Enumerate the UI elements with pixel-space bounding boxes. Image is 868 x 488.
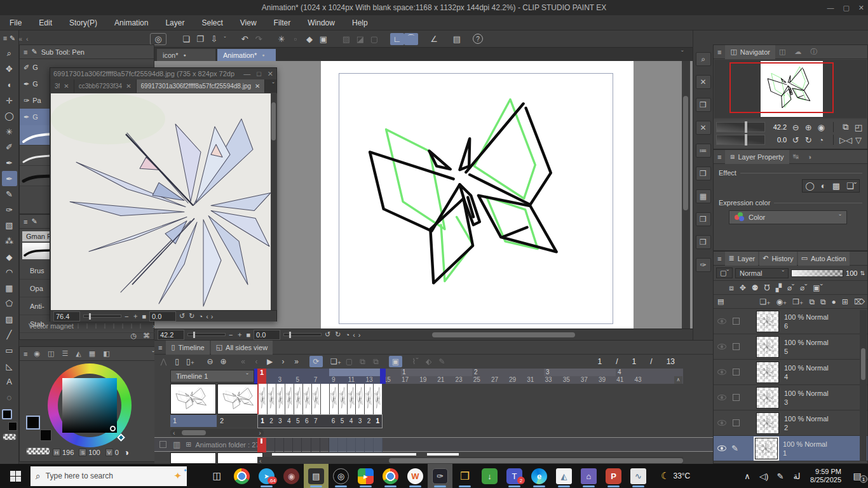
timeline-toolbar-icon[interactable]: ▯ [170,356,184,367]
tray-icon[interactable]: ∧ [739,464,756,488]
cel-frame[interactable] [312,384,321,414]
playhead[interactable]: 1 [257,369,266,384]
layer-action-icon[interactable]: ⌦ [854,297,865,306]
taskbar-app-button[interactable]: ◎ [329,464,353,488]
layer-checkbox[interactable] [733,343,740,350]
layer-visibility-eye-icon[interactable] [717,445,726,451]
rotate-icon[interactable]: ↻ [189,312,194,320]
toolbar-button-icon[interactable]: ◆ [302,33,316,45]
taskbar-app-button[interactable]: ▤ [304,464,329,488]
background-color-swatch[interactable] [8,422,17,431]
palette-menu-icon[interactable]: ≡ [3,34,7,42]
layer-row[interactable]: ✎ 100 % Normal 5 [714,334,867,360]
taskbar-app-button[interactable]: e [527,464,552,488]
image-zoom-value[interactable]: 76.4 [53,311,80,322]
layer-action-icon[interactable]: ❏₊ [759,297,770,306]
color-mode-dial-icon[interactable]: ◑ [124,447,129,458]
layer-action-icon[interactable]: ● [832,297,836,306]
color-panel-tab-icon[interactable]: ◧ [103,349,109,358]
timeline-toolbar-icon[interactable]: ⋀ [157,356,170,367]
panel-menu-icon[interactable]: ≡ [24,218,27,226]
toolbar-button-icon[interactable]: ∠ [427,33,441,45]
foreground-color-swatch[interactable] [26,416,40,430]
layer-thumbnail[interactable] [756,362,779,383]
color-panel-tab-icon[interactable]: ◉ [34,349,40,358]
navigator-flip-icon[interactable]: ⧉ [839,121,852,133]
navigator-mirror-icon[interactable]: ▽ [852,134,865,146]
wrench-icon[interactable]: ⌘ [143,332,150,340]
toolbar-button-icon[interactable]: ⌒ [404,33,418,45]
image-tab[interactable]: 69917301a306f2ffff8a57fcf25594d8.jpg ✕ [137,79,266,93]
nav-arrow-icon[interactable]: ‹ [206,313,208,320]
tool-button[interactable]: ✛ [2,93,17,109]
cel-frame[interactable] [276,384,285,414]
tab-navigator[interactable]: ◫ Navigator [725,45,775,59]
layer-action-icon[interactable]: ◉₊ [776,297,787,306]
layer-toggle-icon[interactable]: ℧ [764,283,770,292]
tool-button[interactable]: ◺ [2,358,17,374]
menu-item[interactable]: Window [308,18,335,27]
layer-toggle-icon[interactable]: ⚉ [752,283,759,292]
transparent-color-swatch[interactable] [3,433,17,440]
cel-frame[interactable] [303,384,312,414]
timeline-toolbar-icon[interactable]: ▢ [342,356,356,367]
effect-toggle-icon[interactable]: ▩ [832,181,840,191]
layer-property-extra-tab-icon[interactable]: ◑ [808,153,812,161]
document-tab[interactable]: Animation* ● [217,49,276,61]
navigator-zoom-icon[interactable]: ⊕ [802,121,815,133]
tool-button[interactable]: ▨ [2,311,17,327]
close-tab-icon[interactable]: ✕ [126,83,131,90]
playback-range-end-marker[interactable] [380,369,386,384]
navigator-mirror-icon[interactable]: ▷◁ [839,134,852,146]
tool-button[interactable]: ✒ [2,171,17,187]
toolbar-button-icon[interactable]: ◎ [150,33,166,45]
tool-button[interactable]: ◯ [2,108,17,124]
collapsed-palette-icon[interactable]: ⌕ [696,52,711,66]
tab-layer-property[interactable]: ⧈ Layer Property [725,150,789,164]
zoom-out-icon[interactable]: − [125,313,128,320]
layer-action-icon[interactable]: ⊞ [842,297,848,306]
menu-item[interactable]: File [10,18,22,27]
layer-row[interactable]: ✎ 100 % Normal 2 [714,410,867,436]
tool-button[interactable]: ✑ [2,202,17,218]
cel-label[interactable]: 1 [170,415,217,427]
effect-toggle-icon[interactable]: ◐ [821,181,826,191]
toolbar-button-icon[interactable]: ▣ [316,33,330,45]
toolbar-button-icon[interactable]: ↷ [252,33,266,45]
layer-property-extra-tab-icon[interactable]: ↹ [793,152,799,161]
layer-action-icon[interactable]: ⧉ [809,297,815,306]
layer-panel-tab[interactable]: ▭ Auto Action [798,252,850,266]
taskbar-app-button[interactable]: ↓ [477,464,502,488]
collapsed-palette-icon[interactable]: ✑ [696,258,711,272]
cel-large-thumbnail[interactable] [170,384,216,414]
image-window-control-button[interactable]: □ [257,70,261,78]
layer-palette-icon[interactable]: ▤ [717,297,724,306]
navigator-extra-tab-icon[interactable]: ◫ [779,48,785,56]
layer-checkbox[interactable] [733,394,740,401]
collapsed-palette-icon[interactable]: ✕ [696,75,711,89]
rotate-icon[interactable]: ↺ [325,330,330,339]
cel-frame[interactable] [259,384,268,414]
cel-frame[interactable] [356,384,365,414]
menu-item[interactable]: Story(P) [69,18,97,27]
secondary-swatch-pair[interactable] [25,414,53,450]
nav-arrow-icon[interactable]: › [211,313,214,320]
zoom-in-icon[interactable]: ＋ [132,311,139,321]
color-panel-tab-icon[interactable]: ☰ [62,349,68,358]
layer-thumbnail[interactable] [756,336,779,358]
cel-frame[interactable] [294,384,303,414]
toolbar-button-icon[interactable]: ∟ [390,33,404,45]
toolbar-button-icon[interactable]: ▢ [367,33,381,45]
zoom-fit-icon[interactable]: ■ [246,331,250,339]
canvas-zoom-value[interactable]: 42.2 [158,330,184,340]
layer-checkbox[interactable] [733,369,740,376]
tool-button[interactable]: ◖ [2,77,17,93]
effect-toggle-icon[interactable]: ❏ˇ [846,181,857,191]
timeline-toolbar-icon[interactable]: ⬖ [422,356,435,367]
transparent-color-swatch[interactable] [26,447,50,455]
opacity-value[interactable]: 100 [846,269,857,277]
copilot-sparkle-icon[interactable]: ✦ [173,470,182,482]
toolbar-button-icon[interactable]: ✳ [275,33,288,45]
navigator-zoom-icon[interactable]: ⊖ [789,121,802,133]
menu-item[interactable]: Edit [39,18,52,27]
